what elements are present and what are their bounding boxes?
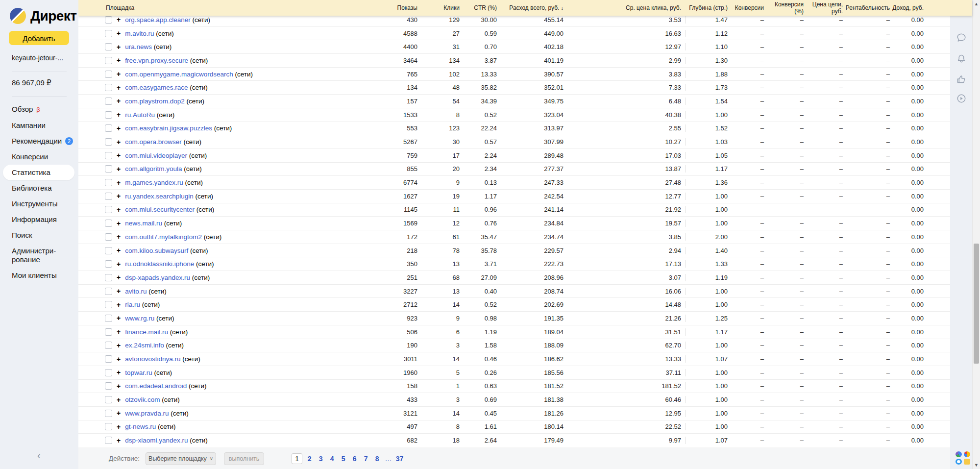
row-checkbox[interactable] [105, 179, 112, 186]
row-checkbox[interactable] [105, 124, 112, 132]
row-checkbox[interactable] [105, 247, 112, 254]
expand-row-icon[interactable]: + [117, 56, 121, 64]
expand-row-icon[interactable]: + [117, 301, 121, 309]
column-header-cost[interactable]: Расход всего, руб. ↓ [497, 4, 564, 11]
row-checkbox[interactable] [105, 98, 112, 105]
row-checkbox[interactable] [105, 193, 112, 200]
site-link[interactable]: com.easygames.race [125, 84, 188, 91]
expand-row-icon[interactable]: + [117, 151, 121, 159]
sidebar-item-библиотека[interactable]: Библиотека [0, 180, 78, 196]
site-link[interactable]: com.easybrain.jigsaw.puzzles [125, 124, 212, 132]
thumbs-up-icon[interactable] [956, 74, 967, 85]
row-checkbox[interactable] [105, 84, 112, 91]
row-checkbox[interactable] [105, 57, 112, 64]
column-header-income[interactable]: Доход, руб. [890, 4, 924, 11]
column-header-cpc[interactable]: Ср. цена клика, руб. [564, 4, 686, 11]
page-link[interactable]: 2 [305, 455, 314, 463]
site-link[interactable]: ria.ru [125, 301, 140, 308]
bell-icon[interactable] [956, 53, 967, 65]
site-link[interactable]: ru.odnoklassniki.iphone [125, 260, 194, 268]
row-checkbox[interactable] [105, 382, 112, 390]
add-button[interactable]: Добавить [9, 31, 69, 45]
site-link[interactable]: ex.24smi.info [125, 342, 164, 349]
row-checkbox[interactable] [105, 30, 112, 37]
site-link[interactable]: ura.news [125, 43, 152, 50]
row-checkbox[interactable] [105, 152, 112, 159]
column-header-conversions[interactable]: Конверсии [728, 4, 764, 11]
row-checkbox[interactable] [105, 396, 112, 403]
row-checkbox[interactable] [105, 423, 112, 430]
site-link[interactable]: www.pravda.ru [125, 410, 169, 417]
expand-row-icon[interactable]: + [117, 233, 121, 241]
site-link[interactable]: org.space.app.cleaner [125, 16, 191, 24]
row-checkbox[interactable] [105, 233, 112, 241]
expand-row-icon[interactable]: + [117, 206, 121, 214]
site-link[interactable]: www.rg.ru [125, 315, 154, 322]
row-checkbox[interactable] [105, 43, 112, 50]
site-link[interactable]: com.openmygame.magicwordsearch [125, 71, 233, 78]
site-link[interactable]: dsp-xapads.yandex.ru [125, 274, 190, 281]
expand-row-icon[interactable]: + [117, 396, 121, 404]
row-checkbox[interactable] [105, 165, 112, 173]
row-checkbox[interactable] [105, 288, 112, 295]
sidebar-item-кампании[interactable]: Кампании [0, 118, 78, 133]
sidebar-item-инструменты[interactable]: Инструменты [0, 196, 78, 212]
row-checkbox[interactable] [105, 342, 112, 349]
expand-row-icon[interactable]: + [117, 355, 121, 363]
site-link[interactable]: topwar.ru [125, 369, 152, 376]
row-checkbox[interactable] [105, 315, 112, 322]
site-link[interactable]: avtonovostidnya.ru [125, 355, 180, 363]
play-circle-icon[interactable] [956, 93, 967, 104]
expand-row-icon[interactable]: + [117, 43, 121, 51]
row-checkbox[interactable] [105, 410, 112, 417]
expand-row-icon[interactable]: + [117, 192, 121, 200]
column-header-profitability[interactable]: Рентабельность [843, 4, 890, 11]
row-checkbox[interactable] [105, 369, 112, 376]
column-header-goal_cost[interactable]: Цена цели, руб. [804, 1, 843, 15]
extensions-widget[interactable] [956, 451, 970, 465]
column-header-site[interactable]: Площадка [78, 4, 343, 11]
collapse-sidebar-icon[interactable]: ‹ [37, 450, 41, 461]
sidebar-item-мои[interactable]: Мои клиенты [0, 268, 78, 283]
row-checkbox[interactable] [105, 220, 112, 227]
expand-row-icon[interactable]: + [117, 369, 121, 376]
row-checkbox[interactable] [105, 260, 112, 268]
expand-row-icon[interactable]: + [117, 97, 121, 105]
page-link[interactable]: 3 [317, 455, 325, 463]
account-name[interactable]: keyauto-jetour-... [12, 54, 63, 62]
expand-row-icon[interactable]: + [117, 29, 121, 37]
row-checkbox[interactable] [105, 437, 112, 444]
page-link[interactable]: 5 [339, 455, 347, 463]
scroll-up-icon[interactable]: ▲ [974, 1, 979, 6]
expand-row-icon[interactable]: + [117, 84, 121, 92]
expand-row-icon[interactable]: + [117, 179, 121, 187]
site-link[interactable]: dsp-xiaomi.yandex.ru [125, 437, 188, 444]
expand-row-icon[interactable]: + [117, 16, 121, 24]
page-link[interactable]: 4 [328, 455, 336, 463]
expand-row-icon[interactable]: + [117, 409, 121, 417]
expand-row-icon[interactable]: + [117, 342, 121, 349]
column-header-shows[interactable]: Показы [343, 4, 417, 11]
vertical-scrollbar[interactable]: ▲ ▼ [972, 0, 980, 469]
row-checkbox[interactable] [105, 274, 112, 281]
column-header-ctr[interactable]: CTR (%) [460, 4, 497, 11]
sidebar-item-информация[interactable]: Информация [0, 212, 78, 227]
column-header-clicks[interactable]: Клики [417, 4, 460, 11]
scrollbar-thumb[interactable] [974, 244, 979, 364]
expand-row-icon[interactable]: + [117, 111, 121, 119]
site-link[interactable]: m.games.yandex.ru [125, 179, 183, 186]
site-link[interactable]: com.kiloo.subwaysurf [125, 247, 188, 254]
page-link[interactable]: 6 [350, 455, 359, 463]
site-link[interactable]: ru.yandex.searchplugin [125, 193, 194, 200]
site-link[interactable]: com.miui.securitycenter [125, 206, 195, 213]
column-header-conversion_pct[interactable]: Конверсия (%) [764, 1, 804, 15]
expand-row-icon[interactable]: + [117, 138, 121, 146]
site-link[interactable]: gt-news.ru [125, 423, 156, 430]
page-link[interactable]: 7 [362, 455, 370, 463]
site-link[interactable]: com.opera.browser [125, 138, 182, 146]
yandex-direct-logo[interactable]: Директ [10, 8, 77, 24]
row-checkbox[interactable] [105, 301, 112, 308]
expand-row-icon[interactable]: + [117, 273, 121, 281]
expand-row-icon[interactable]: + [117, 437, 121, 444]
submit-button[interactable]: выполнить [224, 452, 264, 465]
